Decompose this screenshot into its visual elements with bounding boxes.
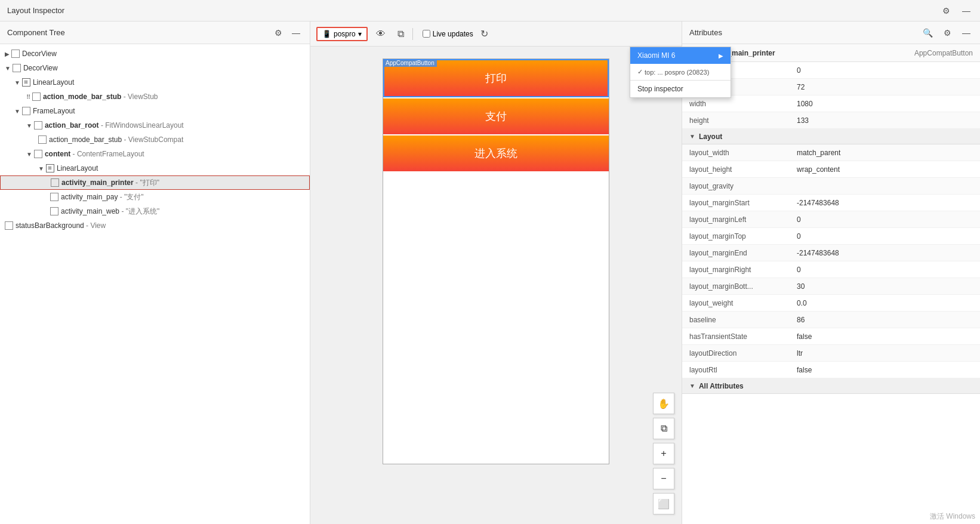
section-triangle: ▼ xyxy=(689,133,695,140)
appcompat-label: AppCompatButton xyxy=(383,59,437,67)
check-icon: ✓ xyxy=(637,68,643,76)
live-updates-label: Live updates xyxy=(433,30,473,38)
node-icon8 xyxy=(51,178,59,187)
phone-icon: 📱 xyxy=(322,30,331,38)
title-bar-right: ⚙ — xyxy=(940,5,973,17)
dots-icon: ⠿ xyxy=(26,94,30,100)
node-icon9 xyxy=(50,193,58,201)
xiaomi-label: Xiaomi MI 6 xyxy=(637,51,675,60)
attr-row-margin-start: layout_marginStart -2147483648 xyxy=(682,195,980,211)
tree-item-amp[interactable]: activity_main_printer - "打印" xyxy=(0,175,310,190)
device-preview: AppCompatButton 打印 支付 进入系统 ✋ xyxy=(310,47,682,524)
dropdown-item-device-detail[interactable]: ✓ top: ... pospro (20823) xyxy=(630,64,731,80)
tree-gear-icon[interactable]: ⚙ xyxy=(272,27,285,39)
frame-button[interactable]: ⬜ xyxy=(653,493,674,514)
tree-item-amweb[interactable]: activity_main_web - "进入系统" xyxy=(0,204,310,218)
tree-item-abr[interactable]: ▼ action_bar_root - FitWindowsLinearLayo… xyxy=(0,118,310,132)
expand-icon5: ▼ xyxy=(26,122,32,129)
tree-item-linearlayout1[interactable]: ▼ ⊞ LinearLayout xyxy=(0,75,310,90)
title-bar-left: Layout Inspector xyxy=(7,6,64,15)
attributes-header: Attributes 🔍 ⚙ — xyxy=(682,21,980,44)
attr-row-margin-top: layout_marginTop 0 xyxy=(682,228,980,245)
attr-row-width: width 1080 xyxy=(682,95,980,112)
tree-minimize-icon[interactable]: — xyxy=(289,27,303,39)
gear-icon[interactable]: ⚙ xyxy=(940,5,953,17)
expand-icon: ▶ xyxy=(5,51,10,57)
tree-item-ambs[interactable]: ⠿ action_mode_bar_stub - ViewStub xyxy=(0,90,310,104)
node-icon10 xyxy=(50,207,58,215)
attr-row-height: height 133 xyxy=(682,112,980,129)
component-tree-actions: ⚙ — xyxy=(272,27,303,39)
tree-item-ambs2[interactable]: action_mode_bar_stub - ViewStubCompat xyxy=(0,132,310,147)
all-attributes-section-header: ▼ All Attributes xyxy=(682,378,980,394)
component-tree-header: Component Tree ⚙ — xyxy=(0,21,310,44)
attributes-title: Attributes xyxy=(689,28,722,37)
tree-item-linearlayout2[interactable]: ▼ ⊞ LinearLayout xyxy=(0,161,310,175)
node-icon7 xyxy=(34,150,42,158)
layout-section-label: Layout xyxy=(699,132,722,141)
attr-row-margin-end: layout_marginEnd -2147483648 xyxy=(682,245,980,261)
attr-search-icon[interactable]: 🔍 xyxy=(920,27,935,39)
minimize-icon[interactable]: — xyxy=(960,5,973,17)
all-attributes-label: All Attributes xyxy=(699,382,744,390)
expand-icon3: ▼ xyxy=(14,79,20,86)
web-label: 进入系统 xyxy=(474,147,517,159)
node-icon11 xyxy=(5,221,13,230)
node-icon xyxy=(11,50,20,58)
zoom-out-button[interactable]: − xyxy=(653,468,674,489)
attr-row-layout-width: layout_width match_parent xyxy=(682,144,980,161)
node-icon5 xyxy=(34,121,42,130)
tree-item-ampay[interactable]: activity_main_pay - "支付" xyxy=(0,190,310,204)
attr-row-baseline: baseline 86 xyxy=(682,312,980,328)
web-button[interactable]: 进入系统 xyxy=(383,135,609,171)
zoom-in-button[interactable]: + xyxy=(653,443,674,464)
toolbar-separator xyxy=(412,28,413,40)
hand-icon: ✋ xyxy=(658,398,670,409)
dropdown-arrow-icon: ▾ xyxy=(358,30,362,38)
float-buttons: ✋ ⧉ + − ⬜ xyxy=(653,393,674,514)
attr-row-margin-left: layout_marginLeft 0 xyxy=(682,211,980,228)
attr-row-layoutrtl: layoutRtl false xyxy=(682,362,980,378)
hand-button[interactable]: ✋ xyxy=(653,393,674,414)
copy-button[interactable]: ⧉ xyxy=(653,418,674,439)
attr-row-margin-bottom: layout_marginBott... 30 xyxy=(682,278,980,295)
pay-button[interactable]: 支付 xyxy=(383,98,609,134)
title-bar: Layout Inspector ⚙ — xyxy=(0,0,980,21)
center-panel: 📱 pospro ▾ 👁 ⧉ Live updates ↻ xyxy=(310,21,682,524)
tree-item-content[interactable]: ▼ content - ContentFrameLayout xyxy=(0,147,310,161)
attr-row-layoutdirection: layoutDirection ltr xyxy=(682,345,980,362)
device-dropdown-menu: Xiaomi MI 6 ▶ ✓ top: ... pospro (20823) … xyxy=(630,47,731,98)
device-name: pospro xyxy=(334,30,356,38)
arrow-icon: ▶ xyxy=(719,53,723,59)
expand-icon4: ▼ xyxy=(14,108,20,115)
print-label: 打印 xyxy=(485,72,507,84)
tree-item-framelayout[interactable]: ▼ FrameLayout xyxy=(0,104,310,118)
copy-icon: ⧉ xyxy=(661,423,667,434)
dropdown-item-stop-inspector[interactable]: Stop inspector xyxy=(630,81,731,97)
dropdown-item-xiaomi[interactable]: Xiaomi MI 6 ▶ xyxy=(630,47,731,64)
eye-button[interactable]: 👁 xyxy=(372,27,389,41)
tree-item-decorview2[interactable]: ▼ DecorView xyxy=(0,61,310,75)
attr-minimize-icon[interactable]: — xyxy=(960,27,973,39)
minus-icon: − xyxy=(661,473,666,484)
live-updates-checkbox-label[interactable]: Live updates xyxy=(423,30,473,38)
refresh-button[interactable]: ↻ xyxy=(477,26,492,41)
screenshot-button[interactable]: ⧉ xyxy=(394,27,408,41)
attr-table: x 0 y 72 width 1080 height 133 ▼ xyxy=(682,62,980,524)
component-type: AppCompatButton xyxy=(914,49,973,57)
expand-icon7: ▼ xyxy=(38,165,44,172)
live-updates-checkbox[interactable] xyxy=(423,30,430,38)
node-icon2 xyxy=(13,64,21,72)
attr-row-layout-weight: layout_weight 0.0 xyxy=(682,295,980,312)
center-toolbar: 📱 pospro ▾ 👁 ⧉ Live updates ↻ xyxy=(310,21,682,47)
expand-icon2: ▼ xyxy=(5,65,11,72)
device-dropdown[interactable]: 📱 pospro ▾ xyxy=(316,27,368,41)
attr-gear-icon[interactable]: ⚙ xyxy=(941,27,954,39)
node-icon4 xyxy=(22,107,30,115)
tree-item-sbb[interactable]: statusBarBackground - View xyxy=(0,218,310,233)
tree-item-decorview1[interactable]: ▶ DecorView xyxy=(0,47,310,61)
attr-header-actions: 🔍 ⚙ — xyxy=(920,27,973,39)
windows-watermark: 激活 Windows xyxy=(930,511,975,522)
layout-inspector-window: Layout Inspector ⚙ — Component Tree ⚙ — … xyxy=(0,0,980,524)
frame-icon: ⬜ xyxy=(658,498,670,510)
